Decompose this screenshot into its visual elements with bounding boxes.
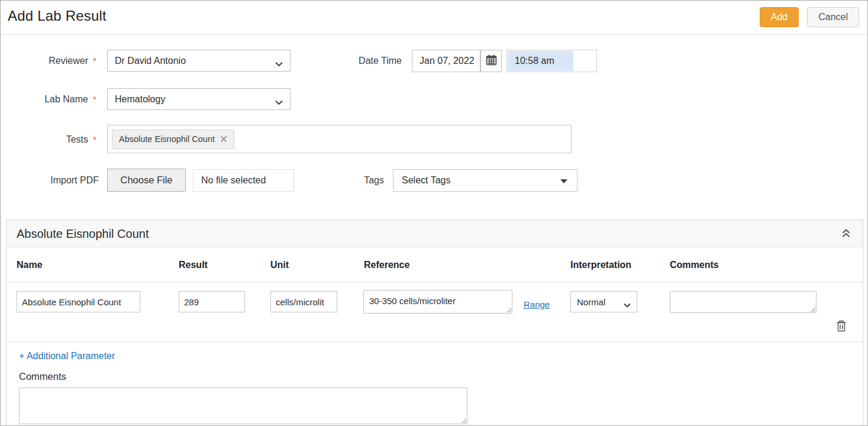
header-actions: Add Cancel xyxy=(760,7,859,27)
interpretation-select[interactable]: Normal xyxy=(570,291,637,312)
trash-icon xyxy=(836,320,847,334)
date-input[interactable] xyxy=(412,50,480,72)
add-lab-result-page: Add Lab Result Add Cancel Reviewer * Dr … xyxy=(0,0,868,426)
collapse-section-button[interactable] xyxy=(841,228,851,240)
unit-input[interactable] xyxy=(270,291,337,312)
lab-name-required-mark: * xyxy=(93,89,96,109)
test-tag-chip: Absolute Eisnophil Count xyxy=(112,130,234,149)
test-tag-label: Absolute Eisnophil Count xyxy=(119,134,215,144)
file-status-text: No file selected xyxy=(193,169,294,192)
add-button[interactable]: Add xyxy=(760,7,799,27)
calendar-icon xyxy=(486,54,497,68)
reference-textarea[interactable]: 30-350 cells/microliter xyxy=(363,290,512,314)
tests-multiselect-input[interactable]: Absolute Eisnophil Count xyxy=(107,125,572,153)
lab-name-select-value: Hematology xyxy=(115,94,165,105)
section-comments-textarea[interactable] xyxy=(19,388,467,424)
reviewer-select-value: Dr David Antonio xyxy=(115,56,186,66)
tags-select-value: Select Tags xyxy=(402,175,450,186)
column-header-reference: Reference xyxy=(364,247,409,282)
column-header-result: Result xyxy=(179,247,208,282)
chevron-down-icon xyxy=(275,59,283,69)
lab-name-select[interactable]: Hematology xyxy=(107,88,291,110)
page-header: Add Lab Result Add Cancel xyxy=(1,1,867,35)
column-header-name: Name xyxy=(17,247,43,282)
reviewer-label: Reviewer xyxy=(1,50,88,72)
tests-label: Tests xyxy=(1,128,88,150)
test-result-section: Absolute Eisnophil Count Name Result Uni… xyxy=(6,220,863,426)
time-input[interactable]: 10:58 am xyxy=(506,50,597,72)
tags-select[interactable]: Select Tags xyxy=(393,169,577,192)
parameter-name-input[interactable] xyxy=(17,291,140,312)
date-time-label: Date Time xyxy=(314,50,402,72)
lab-name-label: Lab Name xyxy=(1,88,88,110)
tags-label: Tags xyxy=(354,169,384,192)
dropdown-arrow-icon xyxy=(560,179,567,183)
remove-tag-icon[interactable] xyxy=(220,135,227,143)
test-section-header: Absolute Eisnophil Count xyxy=(7,220,863,247)
choose-file-button[interactable]: Choose File xyxy=(107,169,186,192)
parameter-table-header: Name Result Unit Reference Interpretatio… xyxy=(7,247,863,282)
reviewer-required-mark: * xyxy=(93,51,96,71)
cancel-button[interactable]: Cancel xyxy=(807,7,859,27)
import-pdf-label: Import PDF xyxy=(1,169,99,191)
reviewer-select[interactable]: Dr David Antonio xyxy=(107,50,291,72)
section-comments-label: Comments xyxy=(19,371,66,382)
delete-parameter-button[interactable] xyxy=(836,320,847,334)
column-header-interpretation: Interpretation xyxy=(570,247,631,282)
chevron-down-icon xyxy=(275,97,283,108)
column-header-unit: Unit xyxy=(270,247,289,282)
test-section-title: Absolute Eisnophil Count xyxy=(17,220,149,247)
chevron-down-icon xyxy=(624,299,631,309)
parameter-row: 30-350 cells/microliter Range Normal xyxy=(7,282,863,342)
interpretation-select-value: Normal xyxy=(577,297,605,307)
row-comments-textarea[interactable] xyxy=(670,291,817,313)
calendar-button[interactable] xyxy=(480,50,502,72)
additional-parameter-link[interactable]: + Additional Parameter xyxy=(19,351,115,362)
time-input-selected-text: 10:58 am xyxy=(508,51,573,71)
double-chevron-up-icon xyxy=(841,228,851,240)
column-header-comments: Comments xyxy=(670,247,719,282)
tests-required-mark: * xyxy=(93,130,96,150)
range-link[interactable]: Range xyxy=(524,299,550,309)
result-input[interactable] xyxy=(179,291,245,312)
page-title: Add Lab Result xyxy=(8,8,107,24)
